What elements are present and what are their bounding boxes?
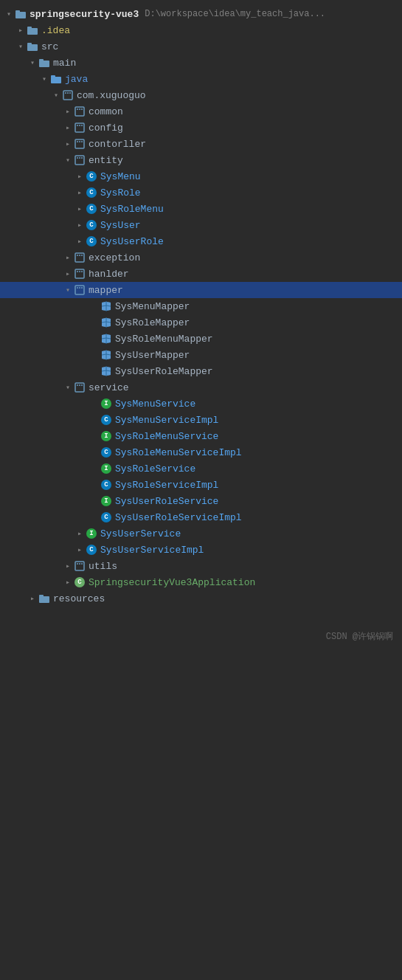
- app-item[interactable]: C SpringsecurityVue3Application: [0, 574, 402, 590]
- sysuserrole-service-arrow: [89, 495, 100, 507]
- java-arrow[interactable]: [38, 73, 50, 85]
- svg-point-20: [79, 125, 80, 126]
- com-xuguoguo-item[interactable]: com.xuguoguo: [0, 87, 402, 103]
- svg-point-12: [67, 92, 69, 94]
- idea-item[interactable]: .idea: [0, 22, 402, 38]
- src-item[interactable]: src: [0, 38, 402, 55]
- sysmenu-service-impl-item[interactable]: C SysMenuServiceImpl: [0, 412, 402, 428]
- sysmenu-service-impl-icon: C: [100, 414, 112, 426]
- common-arrow[interactable]: [62, 106, 74, 117]
- sysuser-service-impl-arrow[interactable]: [74, 544, 86, 556]
- service-arrow[interactable]: [62, 382, 74, 393]
- svg-rect-10: [63, 91, 72, 100]
- sysuser-service-label: SysUserService: [100, 528, 181, 539]
- svg-point-47: [77, 563, 78, 565]
- handler-item[interactable]: hanlder: [0, 266, 402, 282]
- sysuserrole-service-item[interactable]: I SysUserRoleService: [0, 493, 402, 509]
- sysuser-mapper-item[interactable]: SysUserMapper: [0, 347, 402, 363]
- service-item[interactable]: service: [0, 379, 402, 396]
- controller-pkg-icon: [74, 138, 86, 150]
- svg-rect-3: [27, 27, 32, 29]
- sysmenu-service-impl-arrow: [89, 414, 100, 426]
- common-item[interactable]: common: [0, 103, 402, 120]
- sysuser-service-arrow[interactable]: [74, 528, 86, 539]
- java-item[interactable]: java: [0, 71, 402, 87]
- sysuserrole-item[interactable]: C SysUserRole: [0, 233, 402, 249]
- sysrole-mapper-item[interactable]: SysRoleMapper: [0, 314, 402, 331]
- sysuserrole-arrow[interactable]: [74, 235, 86, 247]
- service-pkg-icon: [74, 382, 86, 393]
- sysmenu-service-icon: I: [100, 398, 112, 410]
- com-arrow[interactable]: [50, 89, 62, 101]
- sysuserrole-mapper-arrow: [89, 365, 100, 377]
- main-item[interactable]: main: [0, 55, 402, 71]
- resources-label: resources: [53, 593, 105, 604]
- src-arrow[interactable]: [15, 41, 27, 52]
- service-label: service: [89, 382, 129, 393]
- idea-arrow[interactable]: [15, 24, 27, 36]
- sysrolemenu-service-impl-item[interactable]: C SysRoleMenuServiceImpl: [0, 444, 402, 460]
- sysuserrole-service-impl-item[interactable]: C SysUserRoleServiceImpl: [0, 509, 402, 525]
- sysrolemenu-service-impl-arrow: [89, 446, 100, 458]
- sysuser-item[interactable]: C SysUser: [0, 217, 402, 233]
- exception-item[interactable]: exception: [0, 249, 402, 266]
- sysuser-service-impl-label: SysUserServiceImpl: [100, 545, 204, 556]
- sysmenu-service-item[interactable]: I SysMenuService: [0, 396, 402, 412]
- mapper-arrow[interactable]: [62, 284, 74, 296]
- sysuser-arrow[interactable]: [74, 219, 86, 231]
- sysuserrole-service-icon: I: [100, 495, 112, 507]
- com-label: com.xuguoguo: [77, 90, 146, 101]
- svg-rect-30: [75, 253, 84, 262]
- svg-point-25: [81, 141, 83, 142]
- src-label: src: [41, 41, 58, 52]
- config-pkg-icon: [74, 122, 86, 134]
- sysmenu-item[interactable]: C SysMenu: [0, 168, 402, 184]
- handler-arrow[interactable]: [62, 268, 74, 280]
- sysmenu-mapper-icon: [100, 300, 112, 312]
- app-arrow[interactable]: [62, 576, 74, 588]
- sysuserrole-mapper-item[interactable]: SysUserRoleMapper: [0, 363, 402, 379]
- sysmenu-mapper-item[interactable]: SysMenuMapper: [0, 298, 402, 314]
- sysrole-service-item[interactable]: I SysRoleService: [0, 460, 402, 477]
- config-arrow[interactable]: [62, 122, 74, 134]
- sysmenu-mapper-label: SysMenuMapper: [115, 301, 190, 312]
- footer-text: CSDN @许锅锅啊: [326, 630, 393, 643]
- utils-arrow[interactable]: [62, 560, 74, 572]
- sysrolemenu-service-arrow: [89, 430, 100, 442]
- sysrole-item[interactable]: C SysRole: [0, 184, 402, 201]
- sysrolemenu-service-item[interactable]: I SysRoleMenuService: [0, 428, 402, 444]
- sysrolemenu-mapper-item[interactable]: SysRoleMenuMapper: [0, 331, 402, 347]
- controller-item[interactable]: contorller: [0, 136, 402, 152]
- entity-arrow[interactable]: [62, 154, 74, 166]
- sysmenu-arrow[interactable]: [74, 170, 86, 182]
- svg-rect-4: [27, 44, 38, 51]
- root-arrow[interactable]: [3, 8, 15, 20]
- svg-point-32: [79, 255, 80, 256]
- root-item[interactable]: springsecurity-vue3 D:\workspace\idea\my…: [0, 6, 402, 22]
- sysuser-service-impl-item[interactable]: C SysUserServiceImpl: [0, 542, 402, 558]
- svg-rect-22: [75, 139, 84, 148]
- sysrole-service-arrow: [89, 463, 100, 475]
- sysuser-service-item[interactable]: I SysUserService: [0, 525, 402, 542]
- svg-point-23: [77, 141, 78, 142]
- sysmenu-service-arrow: [89, 398, 100, 410]
- sysrolemenu-item[interactable]: C SysRoleMenu: [0, 201, 402, 217]
- svg-point-43: [77, 384, 78, 386]
- com-pkg-icon: [62, 89, 74, 101]
- controller-arrow[interactable]: [62, 138, 74, 150]
- utils-item[interactable]: utils: [0, 558, 402, 574]
- resources-arrow[interactable]: [27, 593, 38, 604]
- resources-item[interactable]: resources: [0, 590, 402, 607]
- entity-item[interactable]: entity: [0, 152, 402, 168]
- exception-arrow[interactable]: [62, 252, 74, 263]
- config-item[interactable]: config: [0, 120, 402, 136]
- sysrole-service-impl-item[interactable]: C SysRoleServiceImpl: [0, 477, 402, 493]
- svg-rect-9: [51, 75, 55, 77]
- sysrole-arrow[interactable]: [74, 187, 86, 199]
- main-arrow[interactable]: [27, 57, 38, 69]
- mapper-item[interactable]: mapper: [0, 282, 402, 298]
- svg-point-44: [79, 384, 80, 386]
- config-label: config: [89, 122, 123, 134]
- sysrolemenu-arrow[interactable]: [74, 203, 86, 215]
- svg-point-31: [77, 255, 78, 256]
